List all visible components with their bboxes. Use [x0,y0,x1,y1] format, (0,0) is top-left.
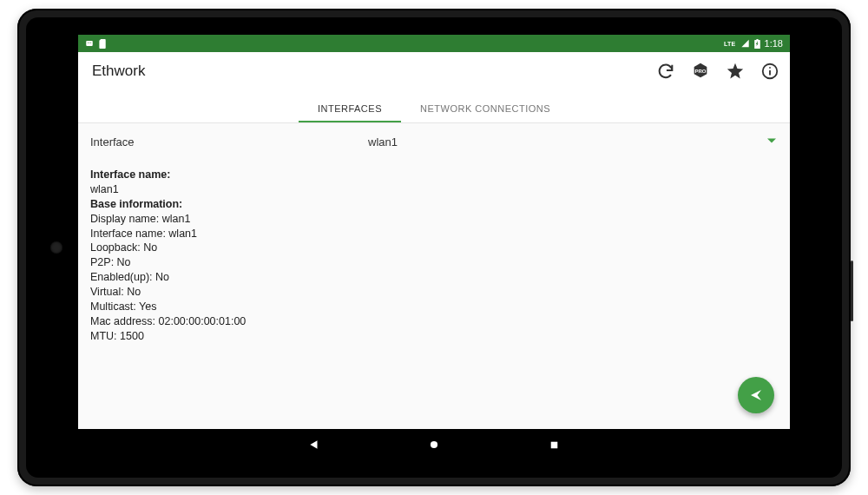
chevron-down-icon[interactable] [767,138,776,142]
section-interface-name-title: Interface name: [90,168,778,182]
multicast-row: Multicast: Yes [90,300,778,314]
svg-rect-3 [90,43,91,43]
tab-network-connections[interactable]: NETWORK CONNECTIONS [401,103,569,122]
svg-rect-1 [88,43,89,43]
screen: LTE 1:18 Ethwork [78,35,790,460]
interface-details: Interface name: wlan1 Base information: … [78,157,790,429]
tab-interfaces[interactable]: INTERFACES [299,103,401,122]
display-name-row: Display name: wlan1 [90,212,778,227]
device-side-button [851,261,853,321]
interface-name-value: wlan1 [90,182,778,197]
tablet-bezel: LTE 1:18 Ethwork [26,17,842,478]
info-button[interactable] [760,62,779,81]
svg-text:PRO: PRO [695,68,707,73]
app-title: Ethwork [92,63,145,80]
svg-rect-11 [550,441,557,448]
interface-selector-label: Interface [90,135,368,148]
svg-point-9 [769,66,771,68]
pro-badge-button[interactable]: PRO [691,62,710,81]
network-type-label: LTE [724,41,736,47]
tablet-frame: LTE 1:18 Ethwork [17,9,851,486]
enabled-row: Enabled(up): No [90,270,778,285]
mtu-row: MTU: 1500 [90,329,778,344]
system-nav-bar [78,429,790,460]
sd-card-icon [99,39,107,49]
app-bar: Ethwork PRO [78,52,790,90]
interface-selector[interactable]: Interface wlan1 [78,123,790,157]
iface-name-row: Interface name: wlan1 [90,227,778,241]
share-fab[interactable] [738,377,774,413]
interface-selector-value: wlan1 [368,135,398,148]
favorite-button[interactable] [726,62,745,81]
clock: 1:18 [765,38,783,49]
share-icon [748,387,764,403]
loopback-row: Loopback: No [90,241,778,255]
refresh-button[interactable] [656,62,675,81]
svg-rect-0 [86,41,93,46]
signal-icon [740,39,750,48]
tab-bar: INTERFACES NETWORK CONNECTIONS [78,90,790,123]
back-button[interactable] [306,437,322,452]
front-camera [50,241,62,254]
svg-rect-5 [756,39,758,40]
recent-apps-button[interactable] [546,437,562,452]
home-button[interactable] [426,437,442,452]
virtual-row: Virtual: No [90,285,778,300]
section-base-info-title: Base information: [90,197,778,212]
battery-charging-icon [754,39,760,49]
svg-point-10 [431,441,437,448]
p2p-row: P2P: No [90,255,778,270]
svg-rect-2 [89,43,90,43]
mac-row: Mac address: 02:00:00:00:01:00 [90,314,778,329]
status-bar: LTE 1:18 [78,35,790,52]
keyboard-indicator-icon [85,39,94,48]
